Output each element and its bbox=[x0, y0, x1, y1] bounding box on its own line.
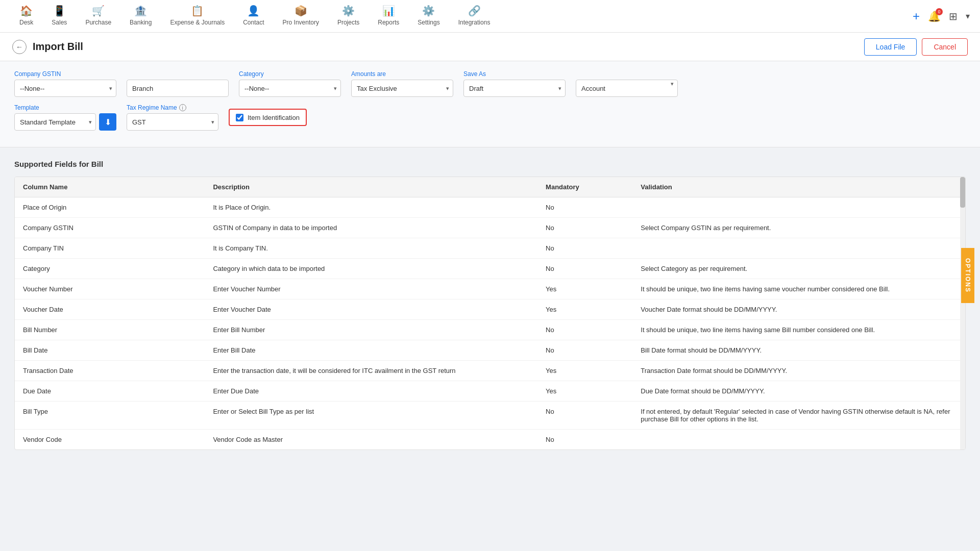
account-select-wrapper[interactable]: Account ▾ bbox=[576, 70, 678, 97]
cell-mandatory: No bbox=[537, 402, 632, 430]
contact-icon: 👤 bbox=[247, 5, 260, 17]
cell-name: Company TIN bbox=[15, 238, 205, 259]
nav-purchase-label: Purchase bbox=[85, 19, 111, 26]
tax-regime-select-wrapper[interactable]: GST ▾ bbox=[127, 113, 218, 131]
expense-icon: 📋 bbox=[191, 5, 204, 17]
cell-desc: Enter Bill Date bbox=[205, 340, 537, 361]
cancel-button[interactable]: Cancel bbox=[922, 38, 968, 56]
purchase-icon: 🛒 bbox=[92, 5, 105, 17]
tax-regime-select[interactable]: GST bbox=[127, 113, 218, 131]
nav-contact[interactable]: 👤 Contact bbox=[234, 0, 273, 33]
nav-sales-label: Sales bbox=[52, 19, 67, 26]
nav-pro-inventory[interactable]: 📦 Pro Inventory bbox=[274, 0, 328, 33]
table-row: Transaction Date Enter the transaction d… bbox=[15, 361, 965, 381]
account-select[interactable]: Account bbox=[576, 80, 678, 97]
nav-purchase[interactable]: 🛒 Purchase bbox=[76, 0, 120, 33]
template-group: Template Standard Template ▾ ⬇ bbox=[14, 104, 116, 131]
table-row: Company GSTIN GSTIN of Company in data t… bbox=[15, 218, 965, 238]
amounts-label: Amounts are bbox=[351, 70, 453, 78]
item-identification-box[interactable]: Item Identification bbox=[229, 109, 307, 126]
template-select[interactable]: Standard Template bbox=[14, 113, 96, 131]
back-button[interactable]: ← bbox=[12, 40, 27, 54]
cell-mandatory: No bbox=[537, 238, 632, 259]
download-template-button[interactable]: ⬇ bbox=[99, 113, 116, 131]
cell-mandatory: Yes bbox=[537, 279, 632, 299]
nav-right: + 🔔 0 ⊞ ▾ bbox=[913, 9, 970, 23]
cell-mandatory: No bbox=[537, 259, 632, 279]
sales-icon: 📱 bbox=[53, 5, 66, 17]
scrollbar-track[interactable] bbox=[960, 177, 965, 449]
cell-desc: Enter Bill Number bbox=[205, 320, 537, 340]
nav-settings[interactable]: ⚙️ Settings bbox=[408, 0, 449, 33]
top-nav: 🏠 Desk 📱 Sales 🛒 Purchase 🏦 Banking 📋 Ex… bbox=[0, 0, 980, 33]
account-group: Account ▾ bbox=[576, 70, 678, 97]
category-select-wrapper[interactable]: --None-- ▾ bbox=[239, 80, 341, 97]
table-row: Company TIN It is Company TIN. No bbox=[15, 238, 965, 259]
nav-integrations[interactable]: 🔗 Integrations bbox=[449, 0, 500, 33]
cell-name: Voucher Number bbox=[15, 279, 205, 299]
load-file-button[interactable]: Load File bbox=[864, 38, 917, 56]
nav-expense[interactable]: 📋 Expense & Journals bbox=[161, 0, 234, 33]
main-content: Supported Fields for Bill Column Name De… bbox=[0, 147, 980, 462]
cell-desc: Enter the transaction date, it will be c… bbox=[205, 361, 537, 381]
branch-input[interactable]: Branch bbox=[127, 80, 229, 97]
save-as-select[interactable]: Draft bbox=[463, 80, 566, 97]
nav-sales[interactable]: 📱 Sales bbox=[42, 0, 76, 33]
table-row: Due Date Enter Due Date Yes Due Date for… bbox=[15, 381, 965, 402]
cell-validation: Select Category as per requirement. bbox=[632, 259, 965, 279]
cell-desc: Enter Voucher Number bbox=[205, 279, 537, 299]
table-header: Column Name Description Mandatory Valida… bbox=[15, 177, 965, 197]
category-label: Category bbox=[239, 70, 341, 78]
cell-name: Bill Number bbox=[15, 320, 205, 340]
category-select[interactable]: --None-- bbox=[239, 80, 341, 97]
save-as-select-wrapper[interactable]: Draft ▾ bbox=[463, 80, 566, 97]
cell-validation: Due Date format should be DD/MM/YYYY. bbox=[632, 381, 965, 402]
notifications-button[interactable]: 🔔 0 bbox=[928, 10, 941, 22]
cell-mandatory: Yes bbox=[537, 299, 632, 320]
nav-reports[interactable]: 📊 Reports bbox=[369, 0, 408, 33]
nav-projects[interactable]: ⚙️ Projects bbox=[328, 0, 369, 33]
col-header-mandatory: Mandatory bbox=[537, 177, 632, 197]
desk-icon: 🏠 bbox=[20, 5, 33, 17]
col-header-validation: Validation bbox=[632, 177, 965, 197]
user-menu-chevron[interactable]: ▾ bbox=[966, 11, 970, 21]
cell-name: Place of Origin bbox=[15, 197, 205, 218]
cell-name: Vendor Code bbox=[15, 430, 205, 450]
cell-validation bbox=[632, 430, 965, 450]
options-tab[interactable]: OPTIONS bbox=[961, 248, 974, 303]
cell-validation: It should be unique, two line items havi… bbox=[632, 279, 965, 299]
nav-desk[interactable]: 🏠 Desk bbox=[10, 0, 42, 33]
cell-name: Category bbox=[15, 259, 205, 279]
nav-contact-label: Contact bbox=[243, 19, 264, 26]
scrollbar-thumb[interactable] bbox=[960, 177, 965, 208]
cell-validation: Voucher Date format should be DD/MM/YYYY… bbox=[632, 299, 965, 320]
template-select-outer[interactable]: Standard Template ▾ bbox=[14, 113, 96, 131]
item-identification-checkbox[interactable] bbox=[236, 114, 243, 121]
company-gstin-select-wrapper[interactable]: --None-- ▾ bbox=[14, 80, 116, 97]
cell-name: Due Date bbox=[15, 381, 205, 402]
company-gstin-select[interactable]: --None-- bbox=[14, 80, 116, 97]
cell-mandatory: No bbox=[537, 320, 632, 340]
page-title: Import Bill bbox=[33, 41, 864, 53]
add-button[interactable]: + bbox=[913, 9, 920, 23]
grid-menu-button[interactable]: ⊞ bbox=[949, 10, 958, 22]
amounts-group: Amounts are Tax Exclusive ▾ bbox=[351, 70, 453, 97]
company-gstin-label: Company GSTIN bbox=[14, 70, 116, 78]
nav-pro-inventory-label: Pro Inventory bbox=[283, 19, 319, 26]
table-row: Bill Date Enter Bill Date No Bill Date f… bbox=[15, 340, 965, 361]
projects-icon: ⚙️ bbox=[342, 5, 355, 17]
cell-validation bbox=[632, 238, 965, 259]
nav-banking[interactable]: 🏦 Banking bbox=[120, 0, 161, 33]
tax-regime-info-icon[interactable]: i bbox=[179, 104, 186, 111]
cell-validation: Bill Date format should be DD/MM/YYYY. bbox=[632, 340, 965, 361]
amounts-select-wrapper[interactable]: Tax Exclusive ▾ bbox=[351, 80, 453, 97]
integrations-icon: 🔗 bbox=[468, 5, 481, 17]
amounts-select[interactable]: Tax Exclusive bbox=[351, 80, 453, 97]
tax-regime-label-row: Tax Regime Name i bbox=[127, 104, 218, 111]
cell-desc: Enter Due Date bbox=[205, 381, 537, 402]
save-as-group: Save As Draft ▾ bbox=[463, 70, 566, 97]
cell-desc: It is Company TIN. bbox=[205, 238, 537, 259]
notification-badge: 0 bbox=[936, 8, 943, 15]
reports-icon: 📊 bbox=[382, 5, 395, 17]
supported-fields-table: Column Name Description Mandatory Valida… bbox=[15, 177, 965, 449]
